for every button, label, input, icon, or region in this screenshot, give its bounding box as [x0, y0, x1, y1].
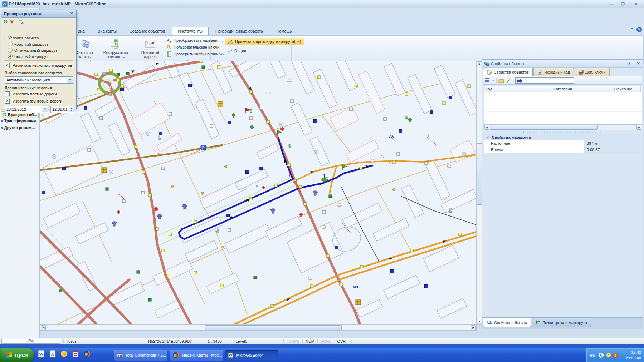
taskbar-task-3[interactable]: MicroGISEditor	[225, 350, 278, 361]
multi-route-checkbox[interactable]: ✓Расчитать несколько маршрутов	[5, 63, 73, 68]
radio-option-3[interactable]: Быстрый маршрут	[8, 54, 48, 59]
radio-icon	[8, 42, 13, 46]
help-icon[interactable]: ?	[636, 27, 642, 32]
status-ready: Готов	[67, 339, 138, 343]
quicklaunch-word-icon[interactable]: W	[37, 350, 45, 358]
ribbon: ∙∙ ВидВид картыСоздание объектовИнструме…	[0, 8, 644, 56]
ribbon-tab-4[interactable]: Инструменты	[172, 27, 209, 35]
pin-icon[interactable]: 🖈	[628, 61, 631, 66]
svg-text:*: *	[256, 184, 258, 190]
bottom-tab-1[interactable]: Свойства объекта	[483, 318, 531, 327]
ribbon-tab-3[interactable]: Создание объектов	[123, 27, 171, 35]
ball-icon	[390, 135, 394, 139]
close-button[interactable]: ✕	[631, 1, 640, 7]
dialog-toolbar: ↻ ✕	[1, 18, 76, 26]
toolbar-grip-icon[interactable]: ∙∙	[78, 19, 82, 23]
route-prop-row-2[interactable]: Время0:00:57	[484, 147, 641, 153]
ribbon-tab-5[interactable]: Присоединенные объекты	[209, 27, 270, 35]
route-properties-grid: ˅ Свойства маршрута Растояние897 мВремя0…	[484, 134, 641, 153]
radio-option-2[interactable]: Оптимальный маршрут	[8, 48, 57, 53]
notification-tray-icon[interactable]: 1	[613, 353, 618, 358]
svg-text:1: 1	[614, 353, 616, 357]
extra-checkbox-1[interactable]: Избегать платые дороги	[5, 91, 58, 96]
table-column-1[interactable]: Код	[484, 86, 552, 92]
table-column-2[interactable]: Категория	[552, 86, 613, 92]
panel-tab-3[interactable]: Доп. ключи	[575, 68, 610, 76]
run-routing-icon[interactable]: ↻	[3, 19, 8, 25]
quicklaunch-outlook-icon[interactable]	[60, 350, 68, 358]
title-bar: D:\1\Mapedit\23_bez_mozir.MP - MicroGISE…	[0, 0, 644, 9]
window-title: D:\1\Mapedit\23_bez_mozir.MP - MicroGISE…	[9, 1, 106, 6]
quicklaunch-excel-icon[interactable]: X	[49, 350, 57, 358]
quicklaunch-player-icon[interactable]	[72, 350, 79, 358]
start-button[interactable]: пуск	[0, 348, 34, 362]
panel-tab-2[interactable]: Исходный код	[533, 68, 574, 76]
ribbon-button-check-map[interactable]: Проверить карту на ошибки	[167, 51, 224, 57]
layers-icon[interactable]	[485, 78, 490, 83]
restore-button[interactable]: ❐	[618, 1, 628, 7]
collapse-ribbon-icon[interactable]: ⌃	[630, 27, 634, 32]
svg-text:X: X	[51, 351, 54, 357]
taskbar: пуск WX Total Commander 7.5...Яндекс.Кар…	[0, 348, 644, 362]
svg-text:A: A	[167, 39, 169, 42]
taskbar-task-1[interactable]: Total Commander 7.5...	[114, 350, 167, 361]
hide-icons-icon[interactable]	[598, 352, 604, 358]
svg-text:$: $	[250, 109, 252, 114]
clear-route-icon[interactable]: ✕	[10, 19, 14, 25]
quicklaunch-firefox-icon[interactable]	[83, 350, 91, 358]
radio-option-1[interactable]: Короткий маршрут	[8, 42, 48, 46]
sidebar-item-3[interactable]: »Другие режим...	[1, 125, 35, 130]
ribbon-tab-2[interactable]: Вид карты	[92, 27, 123, 35]
panel-close-icon[interactable]: ✕	[637, 61, 640, 66]
search-input[interactable]	[515, 77, 574, 84]
snow-icon: *	[256, 184, 258, 190]
ribbon-button-routing-tools[interactable]: Инструменты роутинга ▾	[96, 37, 135, 64]
prop-label: Растояние	[484, 140, 584, 147]
minimize-button[interactable]: —	[607, 1, 616, 7]
ribbon-button-route-check[interactable]: Проверить прокладку маршрута(ов)	[225, 38, 304, 45]
map-horizontal-scrollbar[interactable]: ◀ ▶	[40, 324, 477, 331]
svg-text:$: $	[405, 115, 408, 120]
dialog-close-icon[interactable]: ✕	[70, 11, 73, 16]
pluscirc-icon	[146, 132, 150, 136]
clock-tray-icon[interactable]	[606, 353, 611, 358]
collapse-icon[interactable]: ˅	[487, 135, 489, 139]
tool-icon	[171, 185, 174, 188]
microgiseditor-window: D:\1\Mapedit\23_bez_mozir.MP - MicroGISE…	[0, 0, 644, 362]
map-vertical-scrollbar[interactable]: ▲ ▼	[476, 61, 482, 325]
bottom-tab-2[interactable]: Точки трека и маршрута	[532, 318, 591, 327]
chevron-down-icon[interactable]: ▼	[492, 79, 494, 82]
folder-icon[interactable]	[498, 78, 504, 83]
wand-icon[interactable]	[506, 78, 511, 83]
radio-icon	[8, 48, 13, 53]
date-select[interactable]: 28.12.2012▼	[5, 106, 48, 113]
object-codes-table[interactable]: КодКатегорияОписание◀ ▶	[484, 86, 642, 130]
prop-value: 897 м	[584, 140, 597, 147]
route-prop-row-1[interactable]: Растояние897 м	[484, 140, 641, 147]
extra-checkbox-2[interactable]: ✓Избегать грунтовые дороги	[5, 99, 63, 104]
panel-bottom-tabs: Свойства объектаТочки трека и маршрута	[482, 317, 643, 329]
table-column-3[interactable]: Описание	[613, 86, 641, 92]
ribbon-button-options[interactable]: Опции...	[228, 48, 249, 54]
calc-conditions-group: Условия расчета Короткий маршрутОптималь…	[4, 38, 73, 61]
sidebar-item-2[interactable]: »Трансформация...	[1, 118, 39, 123]
tray-day: пятница	[626, 355, 641, 361]
panel-splitter[interactable]: ▲ ······································…	[484, 131, 641, 134]
dialog-title[interactable]: Проверка роутинга	[1, 10, 76, 18]
pluscirc-icon	[109, 170, 113, 174]
taskbar-task-2[interactable]: Яндекс.Карты - Moz...	[170, 350, 223, 361]
swap-points-icon[interactable]	[19, 19, 25, 25]
windows-logo-icon	[5, 352, 13, 359]
ribbon-button-key[interactable]: Пользовательские ключи	[167, 44, 219, 50]
time-spinner[interactable]: 12:38:01 ▲▼	[50, 106, 74, 113]
table-horizontal-scrollbar[interactable]: ◀ ▶	[484, 124, 642, 130]
ribbon-button-rename[interactable]: AяПреобразовать названия...	[167, 37, 223, 44]
panel-tab-1[interactable]: Свойства объектов	[483, 68, 533, 76]
map-canvas[interactable]: P$$$*WC	[40, 61, 477, 324]
ribbon-tab-6[interactable]: Помощь	[270, 27, 298, 35]
route-props-title: Свойства маршрута	[492, 135, 531, 139]
language-indicator[interactable]: RU	[590, 353, 595, 357]
status-toggle-ovr: OVR	[335, 339, 348, 343]
prop-label: Время	[484, 147, 584, 153]
vehicle-select[interactable]: Автомобиль / Мотоцикл▼	[5, 76, 73, 84]
